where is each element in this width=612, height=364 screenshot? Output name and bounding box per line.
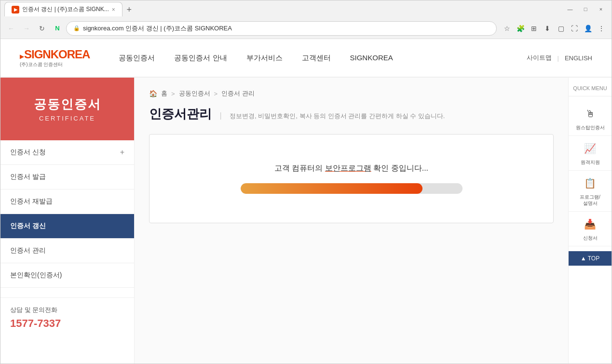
maximize-button[interactable]: □	[579, 4, 592, 14]
form-label: 신청서	[583, 235, 598, 241]
tab-favicon: ▶	[12, 6, 19, 13]
content-box: 고객 컴퓨터의 보안프로그램 확인 중입니다...	[149, 134, 554, 223]
extension-icon[interactable]: 🧩	[514, 22, 527, 35]
sidebar-item-manage[interactable]: 인증서 관리	[0, 239, 134, 263]
quick-menu-title: QUICK MENU	[569, 82, 612, 96]
sidebar-title-sub: CERTIFICATE	[39, 115, 95, 122]
nav-item-4[interactable]: SIGNKOREA	[350, 52, 393, 65]
sidebar: 공동인증서 CERTIFICATE 인증서 신청 + 인증서 발급 인증서 재발…	[0, 78, 135, 364]
logo: ▶SIGNKOREA (주)코스콤 인증센터	[20, 48, 90, 68]
form-icon: 📥	[583, 216, 598, 232]
sidebar-item-renew[interactable]: 인증서 갱신	[0, 214, 134, 239]
tab-title: 인증서 갱신 | (주)코스콤 SIGNK...	[22, 5, 109, 13]
toolbar-icons: ☆ 🧩 ⊞ ⬇ ▢ ⛶ 👤 ⋮	[501, 22, 608, 35]
lock-icon: 🔒	[73, 25, 80, 31]
screen-icon[interactable]: ⛶	[568, 22, 581, 35]
address-text: signkorea.com 인증서 갱신 | (주)코스콤 SIGNKOREA	[83, 24, 490, 33]
active-tab[interactable]: ▶ 인증서 갱신 | (주)코스콤 SIGNK... ×	[4, 2, 122, 16]
forward-button[interactable]: →	[20, 22, 33, 35]
page: ▶SIGNKOREA (주)코스콤 인증센터 공동인증서 공동인증서 안내 부가…	[0, 39, 612, 364]
split-icon[interactable]: ▢	[555, 22, 567, 35]
quick-menu-program[interactable]: 📋 프로그램/설명서	[569, 171, 612, 212]
refresh-button[interactable]: ↻	[35, 22, 49, 35]
browser-frame: ▶ 인증서 갱신 | (주)코스콤 SIGNK... × + — □ × ← →…	[0, 0, 612, 364]
naver-button[interactable]: N	[51, 22, 64, 35]
breadcrumb-item2: 인증서 관리	[221, 89, 255, 98]
bookmark-icon[interactable]: ☆	[501, 22, 513, 35]
progress-bar	[241, 183, 422, 194]
close-button[interactable]: ×	[594, 4, 608, 14]
home-icon: 🏠	[149, 90, 157, 97]
page-desc: 정보변경, 비밀번호확인, 복사 등의 인증서 관리를 간편하게 하실 수 있습…	[230, 112, 445, 120]
sidebar-item-request[interactable]: 인증서 신청 +	[0, 140, 134, 165]
quick-menu-onestop[interactable]: 🖱 원스탑인증서	[569, 101, 612, 136]
logo-arrow-icon: ▶	[20, 54, 23, 59]
tab-bar: ▶ 인증서 갱신 | (주)코스콤 SIGNK... × +	[4, 2, 561, 16]
address-input[interactable]: 🔒 signkorea.com 인증서 갱신 | (주)코스콤 SIGNKORE…	[66, 21, 497, 36]
sitemap-link[interactable]: 사이트맵	[527, 54, 552, 62]
quick-menu-remote[interactable]: 📈 원격지원	[569, 136, 612, 171]
nav-item-1[interactable]: 공동인증서 안내	[174, 52, 227, 65]
castbar-icon[interactable]: ⊞	[528, 22, 540, 35]
onestop-icon: 🖱	[583, 106, 598, 121]
minimize-button[interactable]: —	[563, 4, 577, 14]
sidebar-menu: 인증서 신청 + 인증서 발급 인증서 재발급 인증서 갱신 인증서 관리	[0, 140, 134, 288]
content-area: 🏠 홈 > 공동인증서 > 인증서 관리 인증서관리 | 정보변경, 비밀번호확…	[135, 78, 568, 364]
menu-icon[interactable]: ⋮	[595, 22, 608, 35]
window-controls: — □ ×	[563, 4, 608, 14]
main-navigation: 공동인증서 공동인증서 안내 부가서비스 고객센터 SIGNKOREA	[119, 52, 526, 65]
onestop-label: 원스탑인증서	[576, 124, 605, 131]
breadcrumb-home[interactable]: 홈	[161, 89, 167, 98]
contact-phone: 1577-7337	[10, 317, 124, 330]
program-icon: 📋	[583, 175, 598, 191]
sidebar-item-issue[interactable]: 인증서 발급	[0, 165, 134, 189]
address-bar: ← → ↻ N 🔒 signkorea.com 인증서 갱신 | (주)코스콤 …	[0, 18, 612, 39]
remote-icon: 📈	[583, 141, 598, 156]
contact-label: 상담 및 문의전화	[10, 306, 124, 314]
quick-menu: QUICK MENU 🖱 원스탑인증서 📈 원격지원 📋 프로그램/설명서 📥 …	[568, 78, 612, 364]
loading-message: 고객 컴퓨터의 보안프로그램 확인 중입니다...	[274, 163, 428, 174]
page-title: 인증서관리	[149, 107, 212, 121]
page-title-area: 인증서관리 | 정보변경, 비밀번호확인, 복사 등의 인증서 관리를 간편하게…	[149, 106, 554, 122]
header-right: 사이트맵 | ENGLISH	[527, 54, 592, 62]
remote-label: 원격지원	[581, 159, 600, 165]
breadcrumb-sep-1: >	[171, 90, 175, 97]
sidebar-item-identity[interactable]: 본인확인(인증서)	[0, 263, 134, 288]
nav-item-3[interactable]: 고객센터	[302, 52, 331, 65]
new-tab-button[interactable]: +	[122, 3, 136, 16]
main-layout: 공동인증서 CERTIFICATE 인증서 신청 + 인증서 발급 인증서 재발…	[0, 78, 612, 364]
sidebar-contact: 상담 및 문의전화 1577-7337	[0, 297, 134, 337]
program-label: 프로그램/설명서	[580, 194, 600, 206]
english-link[interactable]: ENGLISH	[565, 54, 592, 62]
sidebar-item-reissue[interactable]: 인증서 재발급	[0, 189, 134, 214]
profile-icon[interactable]: 👤	[582, 22, 594, 35]
browser-titlebar: ▶ 인증서 갱신 | (주)코스콤 SIGNK... × + — □ ×	[0, 0, 612, 18]
tab-close-button[interactable]: ×	[112, 6, 115, 13]
progress-container	[241, 183, 462, 194]
page-title-divider: |	[219, 111, 224, 120]
site-header: ▶SIGNKOREA (주)코스콤 인증센터 공동인증서 공동인증서 안내 부가…	[0, 39, 612, 78]
nav-item-2[interactable]: 부가서비스	[246, 52, 283, 65]
sidebar-header: 공동인증서 CERTIFICATE	[0, 78, 134, 140]
plus-icon: +	[120, 148, 124, 157]
top-button[interactable]: ▲ TOP	[569, 251, 612, 266]
breadcrumb: 🏠 홈 > 공동인증서 > 인증서 관리	[149, 89, 554, 98]
logo-sub: (주)코스콤 인증센터	[20, 61, 90, 68]
breadcrumb-sep-2: >	[214, 90, 218, 97]
sidebar-title-main: 공동인증서	[34, 96, 101, 113]
breadcrumb-item1[interactable]: 공동인증서	[179, 89, 210, 98]
logo-brand: ▶SIGNKOREA	[20, 48, 90, 61]
download-icon[interactable]: ⬇	[541, 22, 554, 35]
back-button[interactable]: ←	[4, 22, 18, 35]
nav-item-0[interactable]: 공동인증서	[119, 52, 155, 65]
quick-menu-form[interactable]: 📥 신청서	[569, 212, 612, 246]
